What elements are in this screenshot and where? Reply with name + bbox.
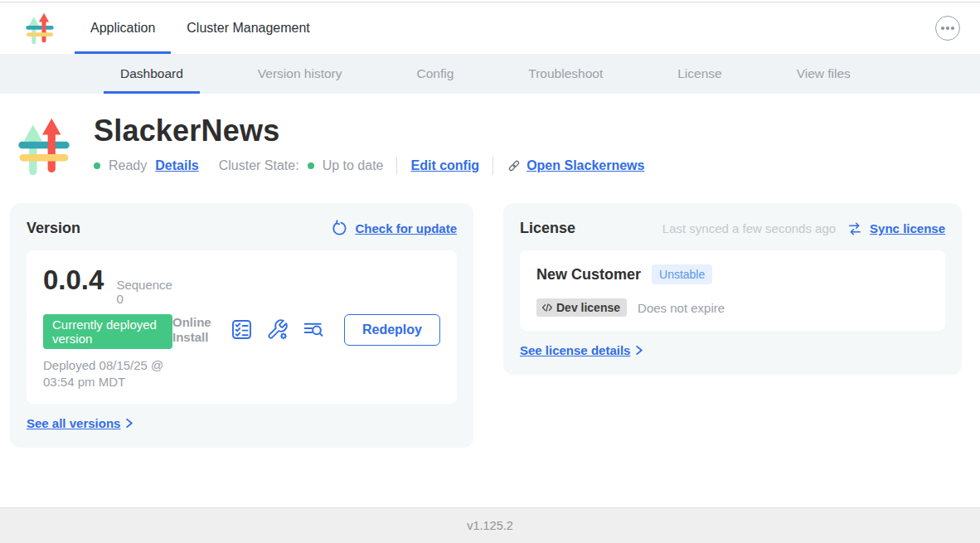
subnav-tab-license[interactable]: License bbox=[640, 54, 759, 94]
check-for-update-link[interactable]: Check for update bbox=[331, 220, 457, 237]
version-card: Version Check for update bbox=[10, 203, 473, 448]
subnav-tab-view-files[interactable]: View files bbox=[759, 54, 888, 94]
subnav-tab-version-history[interactable]: Version history bbox=[221, 54, 380, 94]
expiry-label: Does not expire bbox=[638, 301, 725, 315]
sync-license-link[interactable]: Sync license bbox=[847, 221, 945, 237]
license-type-row: Dev license Does not expire bbox=[536, 298, 929, 317]
app-status-row: Ready Details Cluster State: Up to date … bbox=[94, 157, 644, 175]
divider bbox=[396, 157, 397, 175]
channel-badge: Unstable bbox=[652, 264, 712, 284]
see-license-details-link[interactable]: See license details bbox=[520, 343, 645, 357]
app-ready-dot bbox=[94, 162, 100, 169]
license-card: License Last synced a few seconds ago Sy… bbox=[503, 203, 962, 375]
open-app-label: Open Slackernews bbox=[526, 158, 644, 173]
version-number-row: 0.0.4 Sequence 0 bbox=[43, 264, 172, 306]
subnav-tab-troubleshoot[interactable]: Troubleshoot bbox=[491, 54, 640, 94]
license-panel: New Customer Unstable bbox=[520, 250, 945, 331]
view-logs-icon[interactable] bbox=[302, 318, 324, 341]
primary-header: Application Cluster Management bbox=[0, 2, 980, 54]
last-synced-label: Last synced a few seconds ago bbox=[662, 221, 836, 235]
cluster-state-label: Cluster State: bbox=[219, 158, 299, 173]
ellipsis-icon bbox=[941, 27, 944, 30]
cluster-state-value: Up to date bbox=[323, 158, 384, 173]
edit-config-link[interactable]: Edit config bbox=[410, 158, 479, 173]
app-ready-label: Ready bbox=[109, 158, 147, 173]
see-all-versions-label: See all versions bbox=[27, 416, 120, 430]
license-type-label: Dev license bbox=[556, 301, 620, 314]
chevron-right-icon bbox=[633, 344, 645, 356]
version-info: 0.0.4 Sequence 0 Currently deployed vers… bbox=[43, 264, 172, 390]
see-all-versions-link[interactable]: See all versions bbox=[27, 416, 135, 430]
sync-icon bbox=[847, 221, 863, 237]
tab-application-label: Application bbox=[90, 21, 155, 36]
main-content: SlackerNews Ready Details Cluster State:… bbox=[0, 94, 980, 448]
cluster-state-dot bbox=[308, 162, 314, 169]
app-subnav: Dashboard Version history Config Trouble… bbox=[0, 54, 980, 94]
deployed-badge: Currently deployed version bbox=[43, 314, 172, 349]
deployed-timestamp: Deployed 08/15/25 @ 03:54 pm MDT bbox=[43, 357, 172, 390]
footer: v1.125.2 bbox=[0, 507, 980, 543]
refresh-icon bbox=[331, 220, 348, 237]
dashboard-cards: Version Check for update bbox=[10, 203, 962, 448]
details-link[interactable]: Details bbox=[155, 158, 198, 173]
tab-cluster-management-label: Cluster Management bbox=[187, 21, 310, 36]
page: Application Cluster Management Dashboard… bbox=[0, 0, 980, 543]
version-card-title: Version bbox=[27, 220, 80, 237]
license-customer-row: New Customer Unstable bbox=[536, 264, 929, 284]
app-title: SlackerNews bbox=[94, 114, 644, 148]
chain-link-icon bbox=[507, 158, 522, 173]
license-card-header: License Last synced a few seconds ago Sy… bbox=[520, 220, 945, 237]
customer-name: New Customer bbox=[536, 266, 641, 284]
install-type-label: Online Install bbox=[172, 315, 217, 345]
check-for-update-label: Check for update bbox=[355, 221, 457, 235]
subnav-tab-config[interactable]: Config bbox=[380, 54, 492, 94]
sync-license-label: Sync license bbox=[870, 221, 945, 235]
tab-application[interactable]: Application bbox=[75, 2, 171, 54]
edit-config-icon[interactable] bbox=[266, 318, 289, 341]
subnav-tab-dashboard[interactable]: Dashboard bbox=[83, 54, 221, 94]
slackernews-logo-icon bbox=[25, 2, 55, 54]
tab-cluster-management[interactable]: Cluster Management bbox=[171, 2, 326, 54]
slackernews-app-icon bbox=[17, 114, 71, 180]
app-identity-text: SlackerNews Ready Details Cluster State:… bbox=[94, 114, 644, 180]
divider bbox=[492, 157, 493, 175]
current-version-panel: 0.0.4 Sequence 0 Currently deployed vers… bbox=[27, 250, 457, 404]
version-card-header: Version Check for update bbox=[27, 220, 457, 237]
console-version: v1.125.2 bbox=[467, 519, 513, 532]
license-card-actions: Last synced a few seconds ago Sync licen… bbox=[662, 221, 945, 237]
license-type-badge: Dev license bbox=[536, 298, 627, 317]
overflow-menu-button[interactable] bbox=[935, 16, 960, 41]
open-app-link[interactable]: Open Slackernews bbox=[507, 158, 644, 173]
code-icon bbox=[541, 302, 553, 313]
see-license-details-label: See license details bbox=[520, 343, 630, 357]
app-identity: SlackerNews Ready Details Cluster State:… bbox=[0, 94, 980, 180]
license-card-title: License bbox=[520, 220, 575, 237]
sequence-label: Sequence 0 bbox=[116, 278, 172, 306]
version-number: 0.0.4 bbox=[43, 264, 104, 296]
version-actions: Online Install bbox=[172, 314, 440, 346]
redeploy-button[interactable]: Redeploy bbox=[344, 314, 440, 346]
primary-nav: Application Cluster Management bbox=[75, 2, 326, 54]
preflight-checks-icon[interactable] bbox=[230, 318, 253, 341]
chevron-right-icon bbox=[123, 417, 135, 429]
